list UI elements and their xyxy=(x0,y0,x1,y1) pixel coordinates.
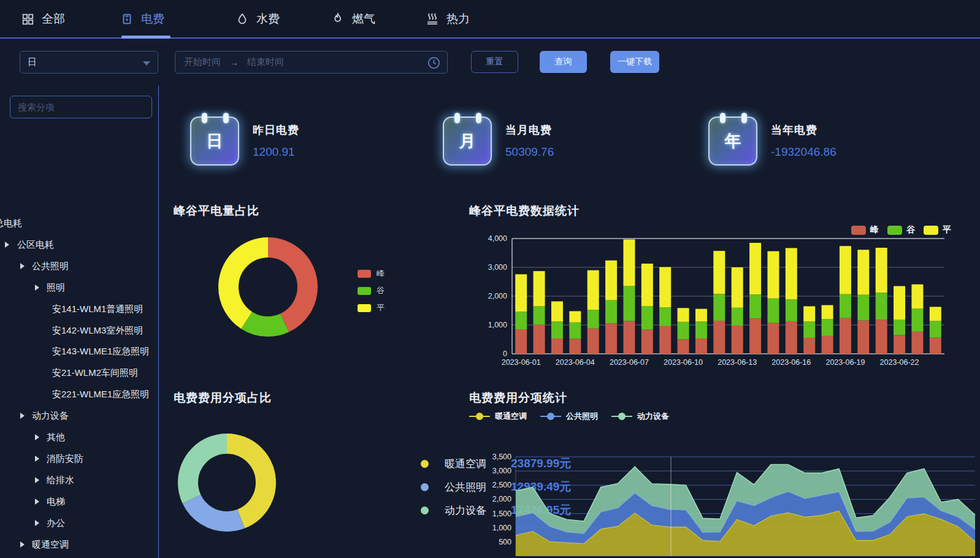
legend-label: 峰 xyxy=(377,268,385,279)
clock-icon xyxy=(427,56,441,70)
month-calendar-icon: 月 xyxy=(443,117,492,166)
caret-right-icon[interactable] xyxy=(20,413,25,419)
tree-item[interactable]: 安221-WLME1应急照明 xyxy=(52,388,149,401)
energy-donut-legend: 峰谷平 xyxy=(358,268,385,319)
stat-label: 昨日电费 xyxy=(253,123,299,137)
tree-item[interactable]: 公区电耗 xyxy=(17,238,54,251)
legend-swatch xyxy=(358,287,371,295)
tree-item[interactable]: 电梯 xyxy=(47,495,65,508)
period-select-value: 日 xyxy=(28,56,37,68)
energy-donut-chart[interactable] xyxy=(178,226,362,354)
heat-icon xyxy=(424,12,439,26)
start-date-placeholder: 开始时间 xyxy=(184,56,221,68)
stat-value: 1200.91 xyxy=(253,145,299,159)
svg-text:3,000: 3,000 xyxy=(492,467,511,475)
energy-dashboard: 全部 电费 水费 燃气 热力 日 开始时间 → 结束时间 xyxy=(0,0,980,558)
tab-label: 全部 xyxy=(42,11,65,27)
tab-label: 热力 xyxy=(446,11,470,27)
breakdown-area-chart[interactable]: 5001,0001,5002,0002,5003,0003,500 xyxy=(472,405,980,558)
tree-item[interactable]: 消防安防 xyxy=(47,452,83,465)
panel-title-cost-bars: 峰谷平电费数据统计 xyxy=(469,203,580,219)
legend-item[interactable]: 谷 xyxy=(887,224,915,235)
legend-label: 平 xyxy=(377,302,385,313)
electric-meter-icon xyxy=(120,12,134,26)
legend-item[interactable]: 峰 xyxy=(358,268,385,279)
tree-item[interactable]: 公共照明 xyxy=(32,259,69,273)
caret-right-icon[interactable] xyxy=(35,499,39,505)
cost-bar-chart[interactable]: 01,0002,0003,0004,0002023-06-012023-06-0… xyxy=(478,221,980,374)
sidebar: 总电耗公区电耗公共照明照明安141-WLM1普通照明安142-WLM3室外照明安… xyxy=(0,86,159,558)
query-button[interactable]: 查询 xyxy=(540,51,587,73)
legend-item[interactable]: 谷 xyxy=(358,285,385,296)
top-nav: 全部 电费 水费 燃气 热力 xyxy=(0,0,980,39)
tree-item[interactable]: 安143-WLME1应急照明 xyxy=(52,345,149,358)
caret-right-icon[interactable] xyxy=(20,263,25,269)
tab-heat[interactable]: 热力 xyxy=(424,0,470,37)
grid-icon xyxy=(21,12,34,26)
legend-dot xyxy=(421,460,429,468)
tree-item[interactable]: 办公 xyxy=(47,516,65,530)
svg-text:2023-06-04: 2023-06-04 xyxy=(556,358,595,367)
tree-item[interactable]: 总电耗 xyxy=(0,216,22,230)
caret-right-icon[interactable] xyxy=(35,434,39,440)
stat-value: 50309.76 xyxy=(505,145,554,159)
caret-right-icon[interactable] xyxy=(35,456,39,462)
legend-item[interactable]: 平 xyxy=(358,302,385,313)
svg-text:1,500: 1,500 xyxy=(492,510,511,518)
breakdown-donut-chart[interactable] xyxy=(175,429,371,558)
reset-button[interactable]: 重置 xyxy=(471,51,518,73)
legend-swatch xyxy=(924,226,938,235)
svg-text:2,000: 2,000 xyxy=(488,292,507,300)
svg-text:1,000: 1,000 xyxy=(488,321,507,329)
tree-item[interactable]: 动力设备 xyxy=(32,409,69,422)
legend-swatch xyxy=(851,226,866,235)
stat-card-month: 月 当月电费 50309.76 xyxy=(443,117,554,170)
tree-item[interactable]: 照明 xyxy=(47,281,65,294)
svg-text:2023-06-10: 2023-06-10 xyxy=(664,358,703,367)
caret-right-icon[interactable] xyxy=(35,285,39,291)
caret-right-icon[interactable] xyxy=(35,477,39,483)
panel-title-breakdown-donut: 电费费用分项占比 xyxy=(174,390,272,406)
svg-text:0: 0 xyxy=(503,350,507,358)
download-button[interactable]: 一键下载 xyxy=(610,51,659,73)
tab-gas[interactable]: 燃气 xyxy=(331,0,375,37)
legend-swatch xyxy=(358,270,371,278)
chevron-down-icon xyxy=(143,61,150,66)
tab-all[interactable]: 全部 xyxy=(21,0,65,37)
cost-bar-legend: 峰谷平 xyxy=(851,224,951,235)
tree-item[interactable]: 安21-WLM2车间照明 xyxy=(52,366,138,380)
end-date-placeholder: 结束时间 xyxy=(247,56,284,68)
tree-item[interactable]: 安142-WLM3室外照明 xyxy=(52,324,143,337)
caret-right-icon[interactable] xyxy=(20,541,25,548)
svg-text:2023-06-07: 2023-06-07 xyxy=(610,358,649,367)
caret-right-icon[interactable] xyxy=(35,520,39,526)
filter-bar: 日 开始时间 → 结束时间 重置 查询 一键下载 xyxy=(0,40,980,86)
period-select[interactable]: 日 xyxy=(20,51,158,74)
tree-item[interactable]: 给排水 xyxy=(47,473,74,487)
svg-text:3,500: 3,500 xyxy=(492,453,511,461)
stat-label: 当月电费 xyxy=(505,123,554,137)
svg-text:2,500: 2,500 xyxy=(492,481,511,489)
tab-electricity[interactable]: 电费 xyxy=(120,0,164,37)
tab-label: 燃气 xyxy=(352,11,375,27)
water-drop-icon xyxy=(235,12,249,26)
legend-swatch xyxy=(887,226,902,235)
tree-item[interactable]: 安141-WLM1普通照明 xyxy=(52,302,143,316)
legend-item[interactable]: 平 xyxy=(924,224,951,235)
date-range-picker[interactable]: 开始时间 → 结束时间 xyxy=(175,51,448,74)
day-calendar-icon: 日 xyxy=(190,117,239,166)
panel-title-breakdown-area: 电费费用分项统计 xyxy=(469,390,567,406)
legend-label: 谷 xyxy=(906,224,915,235)
search-input[interactable] xyxy=(10,96,152,118)
tree-item[interactable]: 暖通空调 xyxy=(32,538,69,551)
legend-label: 谷 xyxy=(377,285,385,296)
year-calendar-icon: 年 xyxy=(708,117,757,166)
svg-text:2023-06-16: 2023-06-16 xyxy=(771,358,811,367)
legend-item[interactable]: 峰 xyxy=(851,224,879,235)
legend-swatch xyxy=(358,304,371,312)
svg-text:500: 500 xyxy=(499,538,511,546)
tab-water[interactable]: 水费 xyxy=(235,0,280,37)
svg-text:2,000: 2,000 xyxy=(492,495,511,503)
tree-item[interactable]: 其他 xyxy=(47,430,65,444)
caret-right-icon[interactable] xyxy=(5,242,9,248)
